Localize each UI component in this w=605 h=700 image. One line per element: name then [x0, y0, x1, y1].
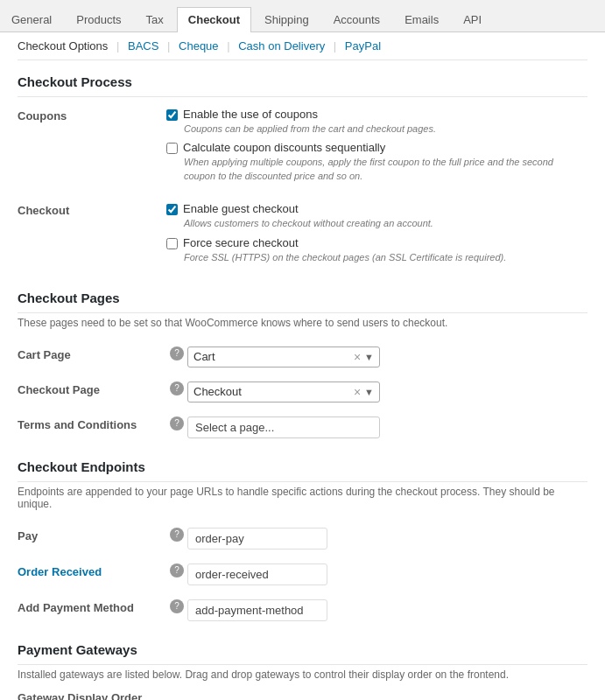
- checkout-endpoints-title: Checkout Endpoints: [18, 445, 587, 482]
- checkout-page-select[interactable]: Checkout × ▼: [187, 382, 380, 402]
- tabs-bar: General Products Tax Checkout Shipping A…: [0, 0, 605, 32]
- calc-sequential-checkbox[interactable]: [166, 143, 178, 154]
- main-content: Checkout Options | BACS | Cheque | Cash …: [0, 32, 605, 700]
- subnav-checkout-options[interactable]: Checkout Options: [18, 39, 108, 52]
- payment-gateways-table: Gateway Display Order Gateway Gateway ID…: [18, 691, 587, 700]
- cart-page-arrow-icon: ▼: [364, 352, 374, 362]
- checkout-process-title: Checkout Process: [18, 60, 587, 97]
- checkout-page-arrow-icon: ▼: [364, 387, 374, 397]
- pay-row: Pay ?: [18, 521, 587, 556]
- checkout-endpoints-table: Pay ? Order Received ? Add: [18, 521, 587, 628]
- tab-accounts[interactable]: Accounts: [322, 7, 391, 32]
- add-payment-row: Add Payment Method ?: [18, 592, 587, 628]
- pay-label: Pay: [18, 521, 166, 556]
- tab-products[interactable]: Products: [65, 7, 132, 32]
- order-received-field: ?: [166, 556, 587, 592]
- cart-page-field: ? Cart × ▼: [166, 340, 587, 374]
- order-received-help-icon[interactable]: ?: [170, 564, 184, 578]
- order-received-label: Order Received: [18, 556, 166, 592]
- checkout-endpoints-desc: Endpoints are appended to your page URLs…: [18, 486, 587, 510]
- enable-coupons-wrapper: Enable the use of coupons: [166, 108, 587, 121]
- nav-tabs: General Products Tax Checkout Shipping A…: [0, 0, 605, 32]
- coupons-settings: Enable the use of coupons Coupons can be…: [166, 101, 587, 195]
- add-payment-help-icon[interactable]: ?: [170, 599, 184, 613]
- calc-sequential-label: Calculate coupon discounts sequentially: [183, 141, 385, 154]
- pay-help-icon[interactable]: ?: [170, 528, 184, 542]
- calc-sequential-desc: When applying multiple coupons, apply th…: [184, 156, 587, 183]
- coupons-row: Coupons Enable the use of coupons Coupon…: [18, 101, 587, 195]
- checkout-pages-table: Cart Page ? Cart × ▼ Checkout Page: [18, 340, 587, 445]
- tab-api[interactable]: API: [452, 7, 493, 32]
- page-wrap: General Products Tax Checkout Shipping A…: [0, 0, 605, 700]
- coupons-label: Coupons: [18, 101, 166, 195]
- checkout-page-clear[interactable]: ×: [354, 385, 361, 399]
- terms-page-select[interactable]: Select a page...: [187, 416, 380, 438]
- cart-page-clear[interactable]: ×: [354, 350, 361, 364]
- order-received-input[interactable]: [187, 564, 327, 585]
- checkout-process-table: Coupons Enable the use of coupons Coupon…: [18, 101, 587, 276]
- checkout-page-field: ? Checkout × ▼: [166, 374, 587, 410]
- enable-guest-wrapper: Enable guest checkout: [166, 202, 587, 215]
- checkout-page-label: Checkout Page: [18, 374, 166, 410]
- calc-sequential-wrapper: Calculate coupon discounts sequentially: [166, 141, 587, 154]
- terms-page-label: Terms and Conditions: [18, 410, 166, 445]
- tab-emails[interactable]: Emails: [393, 7, 450, 32]
- checkout-page-row: Checkout Page ? Checkout × ▼: [18, 374, 587, 410]
- enable-coupons-desc: Coupons can be applied from the cart and…: [184, 122, 587, 136]
- tab-tax[interactable]: Tax: [135, 7, 175, 32]
- terms-page-row: Terms and Conditions ? Select a page...: [18, 410, 587, 445]
- cart-page-select[interactable]: Cart × ▼: [187, 346, 380, 368]
- force-secure-checkbox[interactable]: [166, 238, 178, 249]
- checkout-pages-title: Checkout Pages: [18, 276, 587, 313]
- enable-coupons-label: Enable the use of coupons: [183, 108, 318, 121]
- order-received-row: Order Received ?: [18, 556, 587, 592]
- enable-coupons-checkbox[interactable]: [166, 109, 178, 121]
- subnav-cash-on-delivery[interactable]: Cash on Delivery: [238, 39, 325, 52]
- cart-page-help-icon[interactable]: ?: [170, 346, 184, 360]
- cart-page-value: Cart: [193, 350, 354, 363]
- terms-page-help-icon[interactable]: ?: [170, 416, 184, 430]
- checkout-pages-desc: These pages need to be set so that WooCo…: [18, 317, 587, 329]
- checkout-label: Checkout: [18, 195, 166, 276]
- pay-field: ?: [166, 521, 587, 556]
- checkout-settings: Enable guest checkout Allows customers t…: [166, 195, 587, 276]
- gateway-display-row: Gateway Display Order Gateway Gateway ID…: [18, 691, 587, 700]
- tab-shipping[interactable]: Shipping: [253, 7, 320, 32]
- add-payment-input[interactable]: [187, 599, 327, 621]
- force-secure-label: Force secure checkout: [183, 236, 299, 249]
- enable-guest-label: Enable guest checkout: [183, 202, 299, 215]
- checkout-page-help-icon[interactable]: ?: [170, 382, 184, 396]
- checkout-page-value: Checkout: [193, 385, 354, 398]
- subnav-cheque[interactable]: Cheque: [179, 39, 219, 52]
- cart-page-label: Cart Page: [18, 340, 166, 374]
- subnav: Checkout Options | BACS | Cheque | Cash …: [18, 32, 587, 60]
- pay-input[interactable]: [187, 528, 327, 550]
- subnav-bacs[interactable]: BACS: [128, 39, 158, 52]
- add-payment-label: Add Payment Method: [18, 592, 166, 628]
- enable-guest-desc: Allows customers to checkout without cre…: [184, 217, 587, 230]
- force-secure-wrapper: Force secure checkout: [166, 236, 587, 249]
- terms-page-field: ? Select a page...: [166, 410, 587, 445]
- force-secure-desc: Force SSL (HTTPS) on the checkout pages …: [184, 251, 587, 264]
- gateway-display-label: Gateway Display Order: [18, 691, 166, 700]
- checkout-row: Checkout Enable guest checkout Allows cu…: [18, 195, 587, 276]
- add-payment-field: ?: [166, 592, 587, 628]
- payment-gateways-desc: Installed gateways are listed below. Dra…: [18, 668, 587, 681]
- tab-general[interactable]: General: [0, 7, 63, 32]
- subnav-paypal[interactable]: PayPal: [345, 39, 381, 52]
- enable-guest-checkbox[interactable]: [166, 204, 178, 215]
- cart-page-row: Cart Page ? Cart × ▼: [18, 340, 587, 374]
- payment-gateways-title: Payment Gateways: [18, 628, 587, 665]
- gateway-table-cell: Gateway Gateway ID Enabled ≡Direct Bank …: [166, 691, 587, 700]
- tab-checkout[interactable]: Checkout: [177, 7, 251, 32]
